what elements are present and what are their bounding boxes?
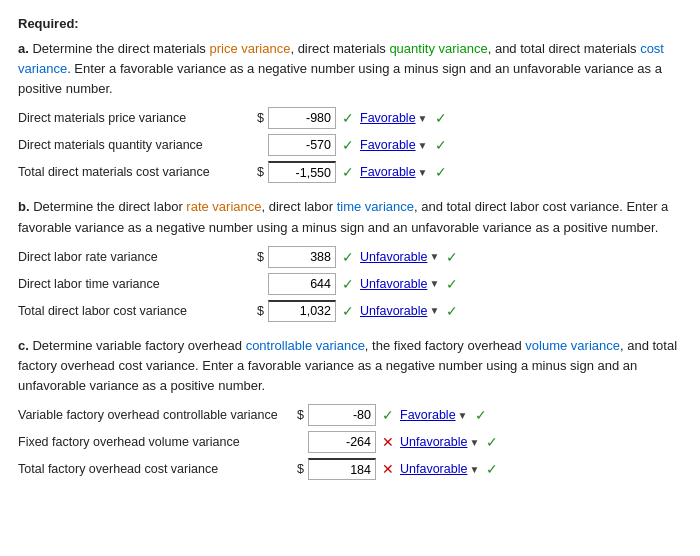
ffoh-volume-x-icon: ✕ xyxy=(382,434,394,450)
dm-price-check-icon: ✓ xyxy=(342,110,354,126)
dm-quantity-confirm-icon: ✓ xyxy=(435,137,447,153)
ffoh-volume-dropdown[interactable]: Unfavorable ▼ xyxy=(398,435,481,449)
dm-price-dropdown-arrow: ▼ xyxy=(418,113,428,124)
dm-total-label: Total direct materials cost variance xyxy=(18,165,248,179)
dl-rate-label: Direct labor rate variance xyxy=(18,250,248,264)
section-c: c. Determine variable factory overhead c… xyxy=(18,336,682,480)
row-dm-quantity: Direct materials quantity variance ✓ Fav… xyxy=(18,134,682,156)
dm-total-dollar: $ xyxy=(252,165,264,179)
foh-total-status-label: Unfavorable xyxy=(400,462,467,476)
row-dm-total: Total direct materials cost variance $ ✓… xyxy=(18,161,682,183)
row-foh-total: Total factory overhead cost variance $ ✕… xyxy=(18,458,682,480)
ffoh-volume-input[interactable] xyxy=(308,431,376,453)
dm-total-status-label: Favorable xyxy=(360,165,416,179)
row-ffoh-volume: Fixed factory overhead volume variance ✕… xyxy=(18,431,682,453)
foh-total-label: Total factory overhead cost variance xyxy=(18,462,288,476)
dl-time-dropdown-arrow: ▼ xyxy=(429,278,439,289)
dm-total-dropdown-arrow: ▼ xyxy=(418,167,428,178)
dm-total-dropdown[interactable]: Favorable ▼ xyxy=(358,165,430,179)
vfoh-controllable-label: Variable factory overhead controllable v… xyxy=(18,408,288,422)
price-variance-term: price variance xyxy=(209,41,290,56)
dl-time-input[interactable] xyxy=(268,273,336,295)
foh-total-x-icon: ✕ xyxy=(382,461,394,477)
dm-quantity-dropdown-arrow: ▼ xyxy=(418,140,428,151)
section-a-letter: a. xyxy=(18,41,29,56)
dl-time-check-icon: ✓ xyxy=(342,276,354,292)
dm-total-check-icon: ✓ xyxy=(342,164,354,180)
dl-rate-dropdown-arrow: ▼ xyxy=(429,251,439,262)
section-a-text: a. Determine the direct materials price … xyxy=(18,39,682,99)
row-dl-rate: Direct labor rate variance $ ✓ Unfavorab… xyxy=(18,246,682,268)
row-dl-total: Total direct labor cost variance $ ✓ Unf… xyxy=(18,300,682,322)
dl-total-dollar: $ xyxy=(252,304,264,318)
dm-price-dollar: $ xyxy=(252,111,264,125)
time-variance-term: time variance xyxy=(337,199,414,214)
dm-quantity-label: Direct materials quantity variance xyxy=(18,138,248,152)
required-label: Required: xyxy=(18,16,682,31)
foh-total-confirm-icon: ✓ xyxy=(486,461,498,477)
vfoh-controllable-check-icon: ✓ xyxy=(382,407,394,423)
ffoh-volume-dropdown-arrow: ▼ xyxy=(469,437,479,448)
ffoh-volume-label: Fixed factory overhead volume variance xyxy=(18,435,288,449)
dl-total-dropdown[interactable]: Unfavorable ▼ xyxy=(358,304,441,318)
quantity-variance-term: quantity variance xyxy=(389,41,487,56)
dl-rate-dollar: $ xyxy=(252,250,264,264)
vfoh-controllable-dollar: $ xyxy=(292,408,304,422)
dl-time-confirm-icon: ✓ xyxy=(446,276,458,292)
dm-quantity-dropdown[interactable]: Favorable ▼ xyxy=(358,138,430,152)
vfoh-controllable-dropdown[interactable]: Favorable ▼ xyxy=(398,408,470,422)
dl-rate-check-icon: ✓ xyxy=(342,249,354,265)
dl-rate-input[interactable] xyxy=(268,246,336,268)
volume-variance-term: volume variance xyxy=(525,338,620,353)
cost-variance-term-a: cost variance xyxy=(18,41,664,76)
dm-quantity-check-icon: ✓ xyxy=(342,137,354,153)
row-dm-price: Direct materials price variance $ ✓ Favo… xyxy=(18,107,682,129)
dm-price-label: Direct materials price variance xyxy=(18,111,248,125)
foh-total-dropdown-arrow: ▼ xyxy=(469,464,479,475)
dm-price-confirm-icon: ✓ xyxy=(435,110,447,126)
dl-total-check-icon: ✓ xyxy=(342,303,354,319)
dm-quantity-status-label: Favorable xyxy=(360,138,416,152)
dm-price-input[interactable] xyxy=(268,107,336,129)
row-dl-time: Direct labor time variance ✓ Unfavorable… xyxy=(18,273,682,295)
dl-total-input[interactable] xyxy=(268,300,336,322)
dl-time-status-label: Unfavorable xyxy=(360,277,427,291)
dl-total-dropdown-arrow: ▼ xyxy=(429,305,439,316)
ffoh-volume-status-label: Unfavorable xyxy=(400,435,467,449)
dm-price-status-label: Favorable xyxy=(360,111,416,125)
vfoh-controllable-dropdown-arrow: ▼ xyxy=(458,410,468,421)
controllable-variance-term: controllable variance xyxy=(246,338,365,353)
dl-time-dropdown[interactable]: Unfavorable ▼ xyxy=(358,277,441,291)
foh-total-dollar: $ xyxy=(292,462,304,476)
dl-rate-confirm-icon: ✓ xyxy=(446,249,458,265)
dl-total-status-label: Unfavorable xyxy=(360,304,427,318)
dm-total-confirm-icon: ✓ xyxy=(435,164,447,180)
foh-total-dropdown[interactable]: Unfavorable ▼ xyxy=(398,462,481,476)
dl-rate-dropdown[interactable]: Unfavorable ▼ xyxy=(358,250,441,264)
section-b-text: b. Determine the direct labor rate varia… xyxy=(18,197,682,237)
vfoh-controllable-status-label: Favorable xyxy=(400,408,456,422)
row-vfoh-controllable: Variable factory overhead controllable v… xyxy=(18,404,682,426)
rate-variance-term: rate variance xyxy=(186,199,261,214)
dm-total-input[interactable] xyxy=(268,161,336,183)
section-a: a. Determine the direct materials price … xyxy=(18,39,682,183)
dm-price-dropdown[interactable]: Favorable ▼ xyxy=(358,111,430,125)
dl-rate-status-label: Unfavorable xyxy=(360,250,427,264)
section-c-text: c. Determine variable factory overhead c… xyxy=(18,336,682,396)
dl-total-confirm-icon: ✓ xyxy=(446,303,458,319)
section-b-letter: b. xyxy=(18,199,30,214)
vfoh-controllable-input[interactable] xyxy=(308,404,376,426)
section-c-letter: c. xyxy=(18,338,29,353)
dl-total-label: Total direct labor cost variance xyxy=(18,304,248,318)
foh-total-input[interactable] xyxy=(308,458,376,480)
vfoh-controllable-confirm-icon: ✓ xyxy=(475,407,487,423)
dl-time-label: Direct labor time variance xyxy=(18,277,248,291)
ffoh-volume-confirm-icon: ✓ xyxy=(486,434,498,450)
dm-quantity-input[interactable] xyxy=(268,134,336,156)
section-b: b. Determine the direct labor rate varia… xyxy=(18,197,682,321)
